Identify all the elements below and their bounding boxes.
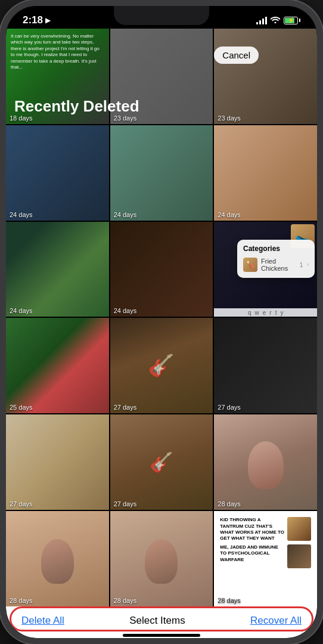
grid-cell-14[interactable]: 🎸 27 days	[110, 414, 213, 510]
days-label-18: 28 days	[218, 597, 241, 604]
delete-all-button[interactable]: Delete All	[21, 615, 64, 627]
days-label-10: 25 days	[10, 404, 33, 411]
bottom-area: Delete All Select Items Recover All	[6, 606, 317, 638]
grid-cell-8[interactable]: 24 days	[110, 222, 213, 317]
days-label-3: 23 days	[218, 114, 241, 122]
screen: 2:18 ▶	[6, 6, 317, 638]
grid-cell-18[interactable]: KID THROWING A TANTRUM CUZ THAT'S WHAT W…	[214, 511, 317, 606]
cat-thumbnail: 🍗	[243, 258, 257, 272]
cancel-button[interactable]: Cancel	[214, 47, 259, 64]
recently-deleted-title: Recently Deleted	[14, 97, 139, 116]
home-indicator	[123, 634, 200, 637]
grid-cell-16[interactable]: 28 days	[6, 511, 109, 606]
grid-cell-4[interactable]: 24 days	[6, 125, 109, 221]
grid-cell-15[interactable]: 28 days	[214, 414, 317, 510]
days-label-14: 27 days	[114, 500, 137, 507]
status-icons: ⚡	[256, 16, 300, 25]
days-label-17: 28 days	[114, 597, 137, 604]
days-label-15: 28 days	[218, 500, 241, 507]
battery: ⚡	[284, 17, 300, 24]
grid-cell-7[interactable]: 24 days	[6, 222, 109, 317]
cat-chevron-icon: ›	[307, 261, 309, 268]
wifi-icon	[271, 16, 280, 25]
recover-all-button[interactable]: Recover All	[250, 615, 302, 627]
signal-bars	[256, 16, 267, 24]
grid-cell-9[interactable]: 🥿 Categories 🍗 Fried Chickens 1 › qwe	[214, 222, 317, 317]
select-items-label: Select Items	[129, 615, 185, 627]
grid-cell-12[interactable]: 27 days	[214, 318, 317, 413]
grid-cell-17[interactable]: 28 days	[110, 511, 213, 606]
time-location: 2:18 ▶	[23, 14, 51, 26]
days-label-11: 27 days	[114, 404, 137, 411]
meme-text-bottom: ME, JADED AND IMMUNE TO PSYCHOLOGICAL WA…	[220, 544, 285, 563]
days-label-6: 24 days	[218, 211, 241, 218]
days-label-8: 24 days	[114, 307, 137, 314]
categories-title: Categories	[237, 243, 315, 255]
days-label-7: 24 days	[10, 307, 33, 314]
grid-cell-13[interactable]: 27 days	[6, 414, 109, 510]
days-label-13: 27 days	[10, 500, 33, 507]
chat-bubble-bg: It can be very overwhelming. No matter w…	[6, 29, 109, 75]
grid-cell-10[interactable]: 25 days	[6, 318, 109, 413]
grid-cell-5[interactable]: 24 days	[110, 125, 213, 221]
days-label-4: 24 days	[10, 211, 33, 218]
cat-name: Fried Chickens	[261, 258, 296, 272]
cat-count: 1	[300, 261, 303, 268]
meme-text-top: KID THROWING A TANTRUM CUZ THAT'S WHAT W…	[220, 517, 285, 542]
notch	[114, 6, 209, 25]
phone-frame: 2:18 ▶	[0, 0, 323, 644]
keyboard-hint: qwerty	[214, 308, 317, 317]
days-label-12: 27 days	[218, 404, 241, 411]
categories-popup: Categories 🍗 Fried Chickens 1 ›	[237, 240, 315, 278]
grid-cell-3[interactable]: Cancel 23 days	[214, 29, 317, 124]
category-item[interactable]: 🍗 Fried Chickens 1 ›	[237, 255, 315, 274]
location-icon: ▶	[45, 16, 51, 24]
grid-cell-6[interactable]: 24 days	[214, 125, 317, 221]
grid-cell-11[interactable]: 🎸 27 days	[110, 318, 213, 413]
status-time: 2:18	[23, 14, 43, 26]
content-area: It can be very overwhelming. No matter w…	[6, 29, 317, 606]
days-label-16: 28 days	[10, 597, 33, 604]
days-label-5: 24 days	[114, 211, 137, 218]
